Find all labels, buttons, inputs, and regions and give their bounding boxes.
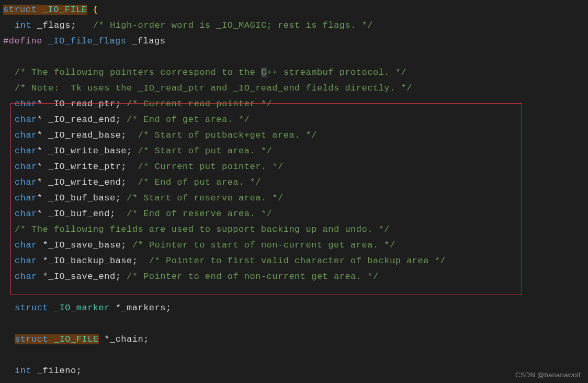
code-line: char* _IO_read_ptr; /* Current read poin… xyxy=(0,96,588,112)
field-read-ptr: _IO_read_ptr xyxy=(48,99,115,109)
code-line: char *_IO_save_end; /* Pointer to end of… xyxy=(0,269,588,285)
code-line: struct _IO_FILE { xyxy=(0,2,588,18)
code-line: int _flags; /* High-order word is _IO_MA… xyxy=(0,18,588,33)
field-chain: _chain xyxy=(110,334,143,344)
code-line: char* _IO_write_base; /* Start of put ar… xyxy=(0,143,588,159)
code-line: char* _IO_buf_end; /* End of reserve are… xyxy=(0,206,588,222)
comment: /* Start of put area. */ xyxy=(138,146,272,156)
code-line-blank xyxy=(0,49,588,65)
code-line: /* The following pointers correspond to … xyxy=(0,65,588,81)
comment: /* Note: Tk uses the _IO_read_ptr and _I… xyxy=(15,83,412,93)
field-backup-base: _IO_backup_base xyxy=(48,256,132,266)
code-line: struct _IO_marker *_markers; xyxy=(0,300,588,316)
comment: ++ streambuf protocol. */ xyxy=(267,67,407,77)
field-save-base: _IO_save_base xyxy=(48,240,121,250)
code-line: /* Note: Tk uses the _IO_read_ptr and _I… xyxy=(0,81,588,96)
cursor-char: C xyxy=(261,67,267,77)
comment: /* Pointer to first valid character of b… xyxy=(149,256,446,266)
watermark-text: CSDN @bananawolf xyxy=(515,371,581,379)
comment: /* The following pointers correspond to … xyxy=(15,67,261,77)
code-editor[interactable]: struct _IO_FILE { int _flags; /* High-or… xyxy=(0,0,588,383)
keyword-struct: struct xyxy=(15,334,48,344)
code-line: char* _IO_write_ptr; /* Current put poin… xyxy=(0,159,588,175)
code-lines[interactable]: struct _IO_FILE { int _flags; /* High-or… xyxy=(0,0,588,379)
macro-value: _flags xyxy=(132,36,165,46)
keyword-int: int xyxy=(15,366,31,376)
code-line: char *_IO_backup_base; /* Pointer to fir… xyxy=(0,253,588,269)
comment: /* High-order word is _IO_MAGIC; rest is… xyxy=(93,20,373,30)
field-write-end: _IO_write_end xyxy=(48,177,121,187)
comment: /* Start of putback+get area. */ xyxy=(138,130,316,140)
comment: /* The following fields are used to supp… xyxy=(15,224,390,234)
type-io-file: _IO_FILE xyxy=(54,334,99,344)
comment: /* Pointer to start of non-current get a… xyxy=(132,240,395,250)
keyword-struct: struct xyxy=(15,303,48,313)
code-line-blank xyxy=(0,285,588,300)
code-line: struct _IO_FILE *_chain; xyxy=(0,332,588,347)
comment: /* Current put pointer. */ xyxy=(138,162,283,172)
comment: /* End of get area. */ xyxy=(127,115,250,125)
field-buf-end: _IO_buf_end xyxy=(48,209,110,219)
comment: /* End of reserve area. */ xyxy=(127,209,272,219)
code-line: char* _IO_buf_base; /* Start of reserve … xyxy=(0,190,588,206)
code-line-blank xyxy=(0,347,588,363)
keyword-struct: struct xyxy=(3,5,37,15)
comment: /* End of put area. */ xyxy=(138,177,261,187)
keyword-int: int xyxy=(15,20,31,30)
field-write-ptr: _IO_write_ptr xyxy=(48,162,121,172)
type-io-file: _IO_FILE xyxy=(42,5,87,15)
field-buf-base: _IO_buf_base xyxy=(48,193,115,203)
comment: /* Start of reserve area. */ xyxy=(127,193,284,203)
comment: /* Pointer to end of non-current get are… xyxy=(127,272,379,281)
code-line: int _fileno; xyxy=(0,363,588,379)
field-read-end: _IO_read_end xyxy=(48,115,115,125)
field-read-base: _IO_read_base xyxy=(48,130,121,140)
field-flags: _flags xyxy=(37,20,71,30)
code-line: char* _IO_read_base; /* Start of putback… xyxy=(0,128,588,143)
field-fileno: _fileno xyxy=(37,366,76,376)
code-line: /* The following fields are used to supp… xyxy=(0,222,588,238)
code-line: char* _IO_read_end; /* End of get area. … xyxy=(0,112,588,128)
code-line-blank xyxy=(0,316,588,332)
type-io-marker: _IO_marker xyxy=(54,303,110,313)
brace-open: { xyxy=(93,5,98,15)
code-line: char* _IO_write_end; /* End of put area.… xyxy=(0,175,588,190)
macro-name: _IO_file_flags xyxy=(48,36,127,46)
code-line: char *_IO_save_base; /* Pointer to start… xyxy=(0,238,588,253)
field-save-end: _IO_save_end xyxy=(48,272,115,281)
comment: /* Current read pointer */ xyxy=(127,99,272,109)
keyword-char: char xyxy=(15,99,37,109)
field-write-base: _IO_write_base xyxy=(48,146,127,156)
code-line: #define _IO_file_flags _flags xyxy=(0,33,588,49)
field-markers: _markers xyxy=(121,303,166,313)
directive-define: #define xyxy=(3,36,42,46)
